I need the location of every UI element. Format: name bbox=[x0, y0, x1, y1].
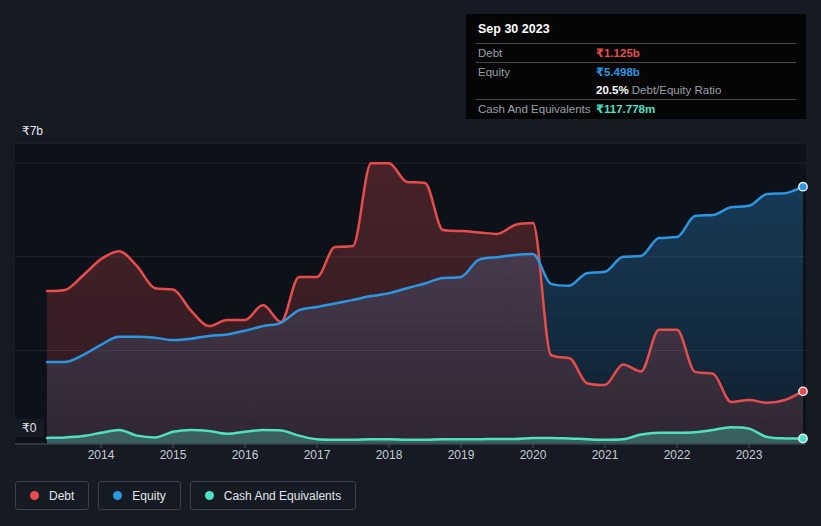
x-axis-year-label: 2020 bbox=[520, 448, 547, 462]
debt-end-marker[interactable] bbox=[799, 387, 807, 395]
legend-label: Cash And Equivalents bbox=[224, 489, 341, 503]
x-axis-year-label: 2017 bbox=[304, 448, 331, 462]
tooltip-ratio-caption: Debt/Equity Ratio bbox=[629, 84, 722, 96]
tooltip-date: Sep 30 2023 bbox=[476, 14, 796, 43]
x-axis-year-label: 2021 bbox=[592, 448, 619, 462]
cash-and-equivalents-end-marker[interactable] bbox=[799, 434, 807, 442]
tooltip-cash-value: ₹117.778m bbox=[596, 102, 655, 116]
tooltip-equity-row: Equity ₹5.498b bbox=[476, 62, 796, 81]
chart-tooltip: Sep 30 2023 Debt ₹1.125b Equity ₹5.498b … bbox=[466, 14, 806, 119]
legend-dot bbox=[30, 491, 39, 500]
tooltip-cash-label: Cash And Equivalents bbox=[478, 103, 596, 115]
legend-button-debt[interactable]: Debt bbox=[15, 481, 89, 510]
tooltip-equity-value: ₹5.498b bbox=[596, 65, 640, 79]
tooltip-cash-row: Cash And Equivalents ₹117.778m bbox=[476, 99, 796, 118]
equity-end-marker[interactable] bbox=[799, 182, 807, 190]
legend-button-equity[interactable]: Equity bbox=[98, 481, 180, 510]
x-axis-year-label: 2018 bbox=[376, 448, 403, 462]
tooltip-debt-row: Debt ₹1.125b bbox=[476, 43, 796, 62]
tooltip-ratio-value: 20.5% Debt/Equity Ratio bbox=[596, 84, 721, 96]
x-axis-year-label: 2016 bbox=[232, 448, 259, 462]
legend-label: Equity bbox=[132, 489, 165, 503]
x-axis-year-label: 2015 bbox=[160, 448, 187, 462]
legend-dot bbox=[205, 491, 214, 500]
x-axis-year-label: 2022 bbox=[664, 448, 691, 462]
chart-legend: DebtEquityCash And Equivalents bbox=[15, 481, 356, 510]
legend-dot bbox=[113, 491, 122, 500]
y-axis-max-label: ₹7b bbox=[22, 124, 43, 138]
tooltip-equity-label: Equity bbox=[478, 66, 596, 78]
debt-equity-history-chart: ₹7b ₹0 201420152016201720182019202020212… bbox=[0, 0, 821, 526]
legend-button-cash-and-equivalents[interactable]: Cash And Equivalents bbox=[190, 481, 356, 510]
tooltip-ratio-percent: 20.5% bbox=[596, 84, 629, 96]
tooltip-debt-label: Debt bbox=[478, 47, 596, 59]
x-axis-year-label: 2023 bbox=[736, 448, 763, 462]
tooltip-ratio-row: 20.5% Debt/Equity Ratio bbox=[476, 81, 796, 99]
y-axis-min-label: ₹0 bbox=[15, 419, 44, 437]
x-axis-year-label: 2019 bbox=[448, 448, 475, 462]
x-axis-year-label: 2014 bbox=[88, 448, 115, 462]
tooltip-debt-value: ₹1.125b bbox=[596, 46, 640, 60]
legend-label: Debt bbox=[49, 489, 74, 503]
